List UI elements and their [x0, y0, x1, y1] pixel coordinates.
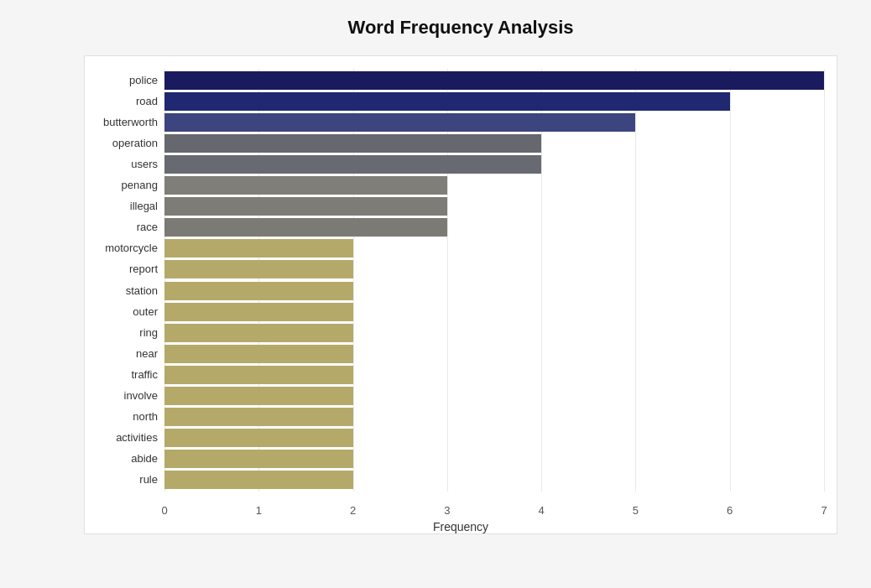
- bar: [164, 92, 730, 111]
- bar: [164, 176, 447, 195]
- grid-line: [635, 69, 636, 492]
- bar: [164, 303, 353, 321]
- bar: [164, 134, 541, 153]
- bar-label: penang: [86, 176, 158, 195]
- bar: [164, 450, 353, 468]
- bar: [164, 260, 353, 278]
- bar-label: motorcycle: [86, 239, 158, 258]
- bar: [164, 113, 635, 132]
- bar-label: involve: [86, 387, 158, 405]
- x-tick-label: 4: [539, 504, 545, 517]
- bar-label: police: [86, 71, 158, 90]
- bar-label: illegal: [86, 197, 158, 216]
- bar: [164, 71, 824, 90]
- bar-label: activities: [86, 429, 158, 447]
- bar: [164, 155, 541, 174]
- bar: [164, 471, 353, 489]
- grid-line: [541, 69, 542, 492]
- bar: [164, 197, 447, 216]
- bar-label: traffic: [86, 366, 158, 384]
- bar-label: race: [86, 218, 158, 237]
- x-tick-label: 1: [256, 504, 262, 517]
- plot-area: policeroadbutterworthoperationuserspenan…: [164, 69, 824, 492]
- bar-label: station: [86, 282, 158, 300]
- bar: [164, 366, 353, 384]
- bar: [164, 218, 447, 237]
- x-tick-label: 2: [350, 504, 356, 517]
- bar-label: report: [86, 260, 158, 278]
- x-tick-label: 0: [161, 504, 167, 517]
- grid-line: [730, 69, 731, 492]
- bar-label: users: [86, 155, 158, 174]
- grid-line: [353, 69, 354, 492]
- bar: [164, 239, 353, 258]
- bar-label: north: [86, 408, 158, 426]
- x-tick-label: 7: [821, 504, 827, 517]
- bar-label: abide: [86, 450, 158, 468]
- bar-label: ring: [86, 324, 158, 342]
- bar-label: butterworth: [86, 113, 158, 132]
- x-tick-label: 5: [633, 504, 639, 517]
- x-tick-label: 6: [727, 504, 733, 517]
- grid-line: [447, 69, 448, 492]
- chart-container: Word Frequency Analysis policeroadbutter…: [0, 0, 871, 588]
- bar: [164, 282, 353, 300]
- bar: [164, 345, 353, 363]
- bar-label: road: [86, 92, 158, 111]
- bar-label: operation: [86, 134, 158, 153]
- chart-title: Word Frequency Analysis: [84, 17, 837, 39]
- bar-label: rule: [86, 471, 158, 489]
- bar-label: outer: [86, 303, 158, 321]
- bar: [164, 408, 353, 426]
- x-tick-label: 3: [444, 504, 450, 517]
- grid-line: [824, 69, 825, 492]
- x-axis-label: Frequency: [85, 520, 837, 533]
- bar: [164, 429, 353, 447]
- bar: [164, 324, 353, 342]
- bar-label: near: [86, 345, 158, 363]
- bar: [164, 387, 353, 405]
